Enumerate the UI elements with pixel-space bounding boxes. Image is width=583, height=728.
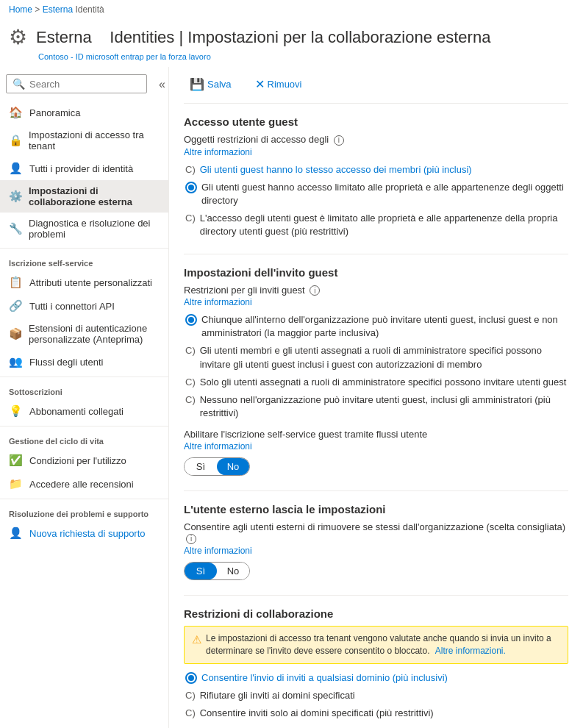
info-icon-3[interactable]: i xyxy=(186,534,196,544)
self-service-toggle[interactable]: Sì No xyxy=(184,457,250,476)
option-text: Consentire l'invio di inviti a qualsiasi… xyxy=(201,671,448,685)
search-icon: 🔍 xyxy=(12,78,25,90)
info-icon-2[interactable]: i xyxy=(310,285,320,296)
folder-icon: 📁 xyxy=(9,477,24,490)
collab-option-3: C) Consentire inviti solo ai domini spec… xyxy=(184,707,568,720)
option-c-label: C) xyxy=(185,394,196,405)
link-icon: 🔗 xyxy=(9,299,24,313)
info-icon-1[interactable]: i xyxy=(334,135,344,146)
page-title: Esterna Identities | Impostazioni per la… xyxy=(36,28,490,47)
self-service-more-info[interactable]: Altre informazioni xyxy=(184,441,568,452)
collapse-button[interactable]: « xyxy=(156,78,168,91)
option-text: Gli utenti guest hanno lo stesso accesso… xyxy=(200,163,472,176)
sidebar-divider-4 xyxy=(0,499,168,499)
warning-icon: ⚠ xyxy=(192,633,201,646)
sidebar-item-recensioni[interactable]: 📁 Accedere alle recensioni xyxy=(0,472,168,496)
sidebar-item-label: Impostazioni di collaborazione esterna xyxy=(29,185,160,207)
self-service-label: Abilitare l'iscrizione self-service gues… xyxy=(184,429,568,440)
page-subtitle: Contoso - ID microsoft entrap per la for… xyxy=(0,52,583,67)
guest-access-more-info-link[interactable]: Altre informazioni xyxy=(184,147,568,157)
option-text: Solo gli utenti assegnati a ruoli di amm… xyxy=(200,376,567,389)
search-box: 🔍 xyxy=(6,74,147,93)
sidebar-item-attributi[interactable]: 📋 Attributi utente personalizzati xyxy=(0,271,168,294)
sidebar-item-label: Impostazioni di accesso tra tenant xyxy=(29,129,160,151)
list-icon: 📋 xyxy=(9,276,24,289)
radio-filled[interactable] xyxy=(185,182,197,193)
sidebar-divider-1 xyxy=(0,248,168,249)
collab-restrictions-section: Restrizioni di collaborazione ⚠ Le impos… xyxy=(184,607,568,720)
external-more-info[interactable]: Altre informazioni xyxy=(184,546,568,556)
sidebar-item-estensioni[interactable]: 📦 Estensioni di autenticazione personali… xyxy=(0,318,168,350)
invite-option-2: C) Gli utenti membri e gli utenti assegn… xyxy=(184,344,568,371)
sidebar-item-accesso[interactable]: 🔒 Impostazioni di accesso tra tenant xyxy=(0,124,168,157)
gear-nav-icon: ⚙️ xyxy=(9,190,23,203)
sidebar-item-label: Condizioni per l'utilizzo xyxy=(29,455,126,466)
sidebar-item-label: Tutti i connettori API xyxy=(29,301,115,312)
guest-access-subtitle: Oggetti restrizioni di accesso degli i xyxy=(184,134,568,146)
radio-filled-invite[interactable] xyxy=(185,314,197,326)
sidebar-item-label: Diagnostica e risoluzione dei problemi xyxy=(29,218,160,240)
search-input[interactable] xyxy=(29,79,140,90)
sidebar-item-supporto[interactable]: 👤 Nuova richiesta di supporto xyxy=(0,521,168,545)
external-toggle[interactable]: Sì No xyxy=(184,562,250,580)
sidebar-item-abbonamenti[interactable]: 💡 Abbonamenti collegati xyxy=(0,399,168,423)
option-c-label: C) xyxy=(185,164,196,175)
guest-access-section: Accesso utente guest Oggetti restrizioni… xyxy=(184,115,568,239)
sidebar-item-panoramica[interactable]: 🏠 Panoramica xyxy=(0,101,168,124)
sidebar-item-label: Flussi degli utenti xyxy=(29,357,103,368)
radio-filled-collab[interactable] xyxy=(185,672,197,684)
collab-restrictions-title: Restrizioni di collaborazione xyxy=(184,607,568,620)
sidebar-item-provider[interactable]: 👤 Tutti i provider di identità xyxy=(0,157,168,180)
warning-text: Le impostazioni di accesso tra tenant ve… xyxy=(206,632,560,657)
sidebar-item-label: Abbonamenti collegati xyxy=(29,406,124,417)
breadcrumb-home[interactable]: Home xyxy=(9,4,32,15)
guest-option-1: C) Gli utenti guest hanno lo stesso acce… xyxy=(184,163,568,176)
sidebar-item-diagnostica[interactable]: 🔧 Diagnostica e risoluzione dei problemi xyxy=(0,213,168,245)
collab-option-2: C) Rifiutare gli inviti ai domini specif… xyxy=(184,689,568,702)
lock-icon: 🔒 xyxy=(9,134,23,147)
sidebar-item-condizioni[interactable]: ✅ Condizioni per l'utilizzo xyxy=(0,449,168,472)
sidebar-item-flussi[interactable]: 👥 Flussi degli utenti xyxy=(0,350,168,374)
sidebar-item-label: Attributi utente personalizzati xyxy=(29,277,152,288)
gear-icon: ⚙ xyxy=(9,25,27,49)
warning-box: ⚠ Le impostazioni di accesso tra tenant … xyxy=(184,626,568,664)
option-c-label: C) xyxy=(185,213,196,224)
toggle-no-option[interactable]: No xyxy=(217,458,249,475)
remove-button[interactable]: ✕ Rimuovi xyxy=(249,74,308,94)
bulb-icon: 💡 xyxy=(9,404,24,418)
sidebar-divider-3 xyxy=(0,426,168,427)
toggle-si-option[interactable]: Sì xyxy=(185,458,217,475)
wrench-icon: 🔧 xyxy=(9,222,23,235)
breadcrumb-esterna[interactable]: Esterna xyxy=(43,4,73,15)
save-button[interactable]: 💾 Salva xyxy=(184,74,237,94)
sidebar-item-collaborazione[interactable]: ⚙️ Impostazioni di collaborazione estern… xyxy=(0,180,168,213)
invite-settings-title: Impostazioni dell'invito guest xyxy=(184,266,568,279)
warning-link[interactable]: Altre informazioni. xyxy=(435,646,506,656)
sidebar-item-label: Panoramica xyxy=(29,107,80,118)
option-text: Consentire inviti solo ai domini specifi… xyxy=(200,707,434,720)
toggle2-si-option[interactable]: Sì xyxy=(185,563,217,579)
guest-option-2[interactable]: Gli utenti guest hanno accesso limitato … xyxy=(184,181,568,207)
sidebar-item-label: Estensioni di autenticazione personalizz… xyxy=(29,323,160,345)
sidebar-item-connettori[interactable]: 🔗 Tutti i connettori API xyxy=(0,294,168,318)
option-c-label: C) xyxy=(185,690,196,701)
section-label-iscrizione: Iscrizione self-service xyxy=(0,251,168,271)
main-layout: 🔍 « 🏠 Panoramica 🔒 Impostazioni di acces… xyxy=(0,67,583,728)
save-icon: 💾 xyxy=(190,77,204,91)
breadcrumb-sep: > xyxy=(35,4,42,15)
main-content: 💾 Salva ✕ Rimuovi Accesso utente guest O… xyxy=(169,67,583,728)
separator-3 xyxy=(184,595,568,596)
invite-more-info-link[interactable]: Altre informazioni xyxy=(184,297,568,307)
invite-settings-section: Impostazioni dell'invito guest Restrizio… xyxy=(184,266,568,477)
toggle2-no-option[interactable]: No xyxy=(217,563,249,579)
user-icon: 👤 xyxy=(9,162,24,175)
collab-option-1[interactable]: Consentire l'invio di inviti a qualsiasi… xyxy=(184,671,568,685)
option-text: Gli utenti guest hanno accesso limitato … xyxy=(201,181,568,207)
guest-access-title: Accesso utente guest xyxy=(184,115,568,128)
option-text: Gli utenti membri e gli utenti assegnati… xyxy=(200,344,568,371)
sidebar-item-label: Nuova richiesta di supporto xyxy=(29,528,146,539)
invite-option-1[interactable]: Chiunque all'interno dell'organizzazione… xyxy=(184,313,568,340)
external-settings-title: L'utente esterno lascia le impostazioni xyxy=(184,503,568,515)
sidebar-divider-2 xyxy=(0,377,168,377)
sidebar-item-label: Accedere alle recensioni xyxy=(29,479,134,490)
